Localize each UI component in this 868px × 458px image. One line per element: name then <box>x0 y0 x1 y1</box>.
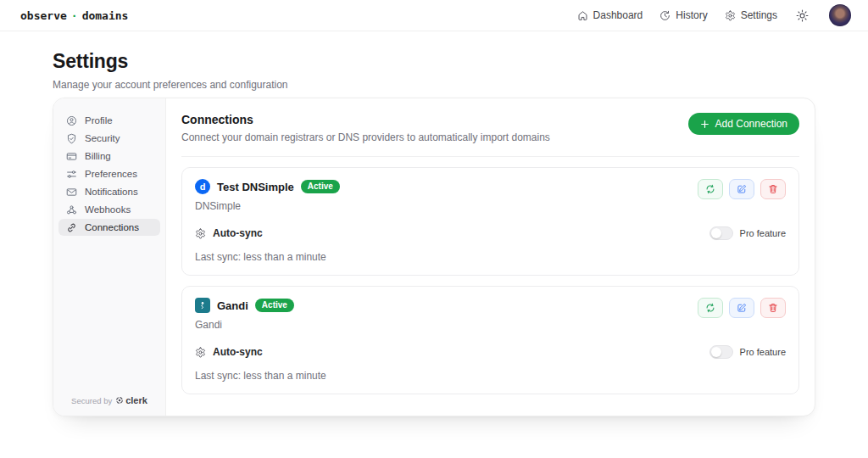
gear-icon <box>725 10 736 21</box>
header-divider <box>181 156 799 157</box>
sync-button[interactable] <box>698 298 723 318</box>
trash-icon <box>768 303 778 313</box>
auto-sync-label: Auto-sync <box>213 346 263 358</box>
sidebar-item-label: Preferences <box>85 169 137 179</box>
connection-card-dnsimple: d Test DNSimple Active DNSimple <box>181 167 799 276</box>
sync-button[interactable] <box>698 179 723 199</box>
brand-right: domains <box>82 9 129 22</box>
dnsimple-logo-icon: d <box>195 179 210 194</box>
page-subtitle: Manage your account preferences and conf… <box>53 79 868 91</box>
link-icon <box>66 222 77 233</box>
clerk-icon <box>115 396 124 405</box>
refresh-icon <box>705 184 715 194</box>
auto-sync-label-row: Auto-sync <box>195 346 263 358</box>
auto-sync-toggle[interactable] <box>709 345 733 359</box>
connections-content: Connections Connect your domain registra… <box>166 98 815 416</box>
sidebar-item-notifications[interactable]: Notifications <box>58 183 160 200</box>
plus-icon <box>700 120 709 129</box>
connection-name: Gandi <box>217 299 248 312</box>
navbar-actions: Dashboard History Settings <box>577 4 851 26</box>
gear-icon <box>195 347 206 358</box>
edit-button[interactable] <box>729 179 754 199</box>
user-icon <box>66 115 77 126</box>
toggle-knob <box>711 347 721 357</box>
auto-sync-label-row: Auto-sync <box>195 227 263 239</box>
settings-panel: Profile Security Billing Preferences Not… <box>53 98 815 416</box>
connection-actions <box>698 298 786 318</box>
top-navbar: observe·domains Dashboard History Settin… <box>0 0 868 31</box>
nav-dashboard[interactable]: Dashboard <box>577 9 643 21</box>
credit-card-icon <box>66 151 77 162</box>
status-badge: Active <box>255 299 294 312</box>
secured-by-label: Secured by <box>71 396 112 405</box>
secured-by-clerk: Secured by clerk <box>58 395 160 405</box>
page-header: Settings Manage your account preferences… <box>0 31 868 91</box>
status-badge: Active <box>301 180 340 193</box>
edit-button[interactable] <box>729 298 754 318</box>
sidebar-item-security[interactable]: Security <box>58 130 160 147</box>
sidebar-item-profile[interactable]: Profile <box>58 112 160 129</box>
last-sync-text: Last sync: less than a minute <box>195 370 786 382</box>
delete-button[interactable] <box>760 298 786 318</box>
auto-sync-label: Auto-sync <box>213 227 263 239</box>
connections-title: Connections <box>181 113 550 126</box>
page-title: Settings <box>53 50 868 73</box>
brand-logo[interactable]: observe·domains <box>20 9 128 22</box>
edit-icon <box>737 184 747 194</box>
sidebar-item-label: Security <box>85 133 120 143</box>
clerk-name: clerk <box>125 395 147 405</box>
toggle-knob <box>711 228 721 238</box>
nav-settings-label: Settings <box>741 9 777 21</box>
sun-icon <box>796 9 809 22</box>
nav-settings[interactable]: Settings <box>725 9 777 21</box>
connections-subtitle: Connect your domain registrars or DNS pr… <box>181 131 550 143</box>
nav-history-label: History <box>676 9 707 21</box>
sidebar-item-preferences[interactable]: Preferences <box>58 165 160 182</box>
nav-dashboard-label: Dashboard <box>593 9 643 21</box>
edit-icon <box>737 303 747 313</box>
sliders-icon <box>66 169 77 180</box>
auto-sync-toggle[interactable] <box>709 226 733 240</box>
sidebar-item-label: Notifications <box>85 187 138 197</box>
pro-feature-label: Pro feature <box>740 347 786 357</box>
connection-provider: DNSimple <box>195 200 340 212</box>
refresh-icon <box>705 303 715 313</box>
add-connection-label: Add Connection <box>715 118 787 130</box>
connection-card-gandi: Gandi Active Gandi <box>181 286 799 394</box>
sidebar-item-label: Webhooks <box>85 204 131 215</box>
sidebar-item-label: Connections <box>85 222 139 232</box>
connections-header: Connections Connect your domain registra… <box>181 113 799 143</box>
trash-icon <box>768 184 778 194</box>
theme-toggle-button[interactable] <box>796 9 809 22</box>
sidebar-item-webhooks[interactable]: Webhooks <box>58 201 160 218</box>
gear-icon <box>195 228 206 239</box>
sidebar-item-billing[interactable]: Billing <box>58 148 160 165</box>
nav-history[interactable]: History <box>659 9 707 21</box>
delete-button[interactable] <box>760 179 786 199</box>
brand-left: observe <box>20 9 67 22</box>
sidebar-item-label: Billing <box>85 151 111 161</box>
clerk-brand: clerk <box>115 395 147 405</box>
shield-icon <box>66 133 77 144</box>
user-avatar[interactable] <box>829 4 851 26</box>
connection-actions <box>698 179 786 199</box>
history-icon <box>659 10 670 21</box>
connection-name: Test DNSimple <box>217 181 294 193</box>
home-icon <box>577 10 588 21</box>
pro-feature-label: Pro feature <box>740 228 786 238</box>
gandi-logo-icon <box>195 298 210 313</box>
brand-dot: · <box>71 9 78 22</box>
last-sync-text: Last sync: less than a minute <box>195 251 786 263</box>
sidebar-item-label: Profile <box>85 115 113 126</box>
envelope-icon <box>66 187 77 198</box>
connection-provider: Gandi <box>195 319 294 331</box>
sidebar-item-connections[interactable]: Connections <box>58 219 160 236</box>
add-connection-button[interactable]: Add Connection <box>688 113 799 135</box>
settings-sidebar: Profile Security Billing Preferences Not… <box>53 98 166 416</box>
webhook-icon <box>66 204 77 215</box>
